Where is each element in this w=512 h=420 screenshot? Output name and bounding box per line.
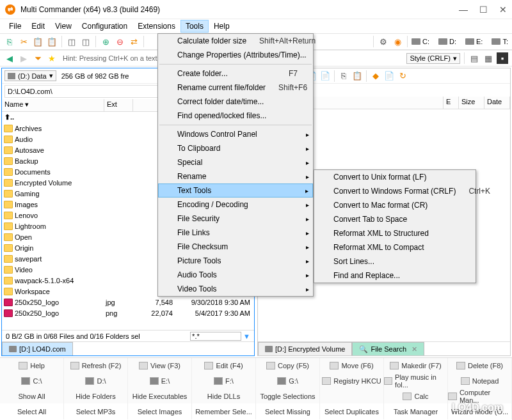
menu-item[interactable]: Rename▸ xyxy=(158,169,313,183)
menu-item[interactable]: Special▸ xyxy=(158,155,313,169)
select-icon[interactable]: ◫ xyxy=(66,36,77,47)
submenu-item[interactable]: Convert to Unix format (LF) xyxy=(314,170,476,184)
copy-icon[interactable]: ⎘ xyxy=(4,36,15,47)
doc-del-icon[interactable]: 📄 xyxy=(319,70,331,82)
menu-item[interactable]: File Links▸ xyxy=(158,226,313,240)
menu-item[interactable]: Rename current file/folderShift+F6 xyxy=(158,81,313,95)
left-drive-select[interactable]: (D:) Data ▾ xyxy=(4,70,56,81)
bottom-button[interactable]: F:\ xyxy=(192,373,256,389)
menu-item[interactable]: Windows Control Panel▸ xyxy=(158,127,313,141)
bottom-button[interactable]: Task Manager xyxy=(384,404,448,419)
submenu-item[interactable]: Convert to Mac format (CR) xyxy=(314,198,476,212)
left-tab[interactable]: [D:] LO4D.com xyxy=(2,342,73,355)
bottom-button[interactable]: Copy (F5) xyxy=(256,358,320,373)
menu-file[interactable]: File xyxy=(4,20,26,33)
copy2-icon[interactable]: ⎘ xyxy=(338,70,349,82)
col-ext[interactable]: Ext xyxy=(104,99,133,111)
submenu-item[interactable]: Convert Tab to Space xyxy=(314,212,476,226)
filter-icon[interactable]: ▼ xyxy=(243,332,250,340)
bottom-button[interactable]: Refresh (F2) xyxy=(64,358,128,373)
bottom-button[interactable]: Select Missing xyxy=(256,404,320,419)
history-icon[interactable]: ⏷ xyxy=(32,52,44,64)
bottom-button[interactable]: Remember Sele... xyxy=(192,404,256,419)
bottom-button[interactable]: Show All xyxy=(0,389,64,404)
paste-icon[interactable]: 📋 xyxy=(32,36,44,47)
bottom-button[interactable]: Play music in fol... xyxy=(384,373,448,389)
paste3-icon[interactable]: 📋 xyxy=(351,70,363,82)
right-tab-1[interactable]: [D:] Encrypted Volume xyxy=(258,342,352,355)
drive-d[interactable]: D: xyxy=(438,38,456,45)
bottom-button[interactable]: Help xyxy=(0,358,64,373)
bottom-button[interactable]: Calc xyxy=(384,389,448,404)
bottom-button[interactable]: Select All xyxy=(0,404,64,419)
menu-item[interactable]: Correct folder date/time... xyxy=(158,95,313,109)
back-icon[interactable]: ◀ xyxy=(4,52,15,64)
menu-item[interactable]: Encoding / Decoding▸ xyxy=(158,198,313,212)
tool-icon[interactable]: ⚙ xyxy=(378,36,389,47)
bottom-button[interactable]: Select MP3s xyxy=(64,404,128,419)
drive-c[interactable]: C: xyxy=(412,38,429,45)
menu-item[interactable]: To Clipboard▸ xyxy=(158,141,313,155)
menu-ext[interactable]: Extensions xyxy=(132,20,180,33)
menu-config[interactable]: Configuration xyxy=(77,20,132,33)
bottom-button[interactable]: Hide Folders xyxy=(64,389,128,404)
menu-item[interactable]: Video Tools▸ xyxy=(158,282,313,296)
view2-icon[interactable]: ▦ xyxy=(483,52,494,64)
bottom-button[interactable]: Hide DLLs xyxy=(192,389,256,404)
file-row[interactable]: 250x250_logopng22,0745/4/2017 9:30 AM xyxy=(2,307,254,318)
bottom-button[interactable]: Makedir (F7) xyxy=(384,358,448,373)
clear-icon[interactable]: ◆ xyxy=(370,70,381,82)
right-tab-search[interactable]: 🔍File Search✕ xyxy=(352,342,424,355)
redo-icon[interactable]: ↻ xyxy=(397,70,408,82)
terminal-icon[interactable]: ▪ xyxy=(497,52,508,64)
bottom-button[interactable]: Toggle Selections xyxy=(256,389,320,404)
bottom-button[interactable]: G:\ xyxy=(256,373,320,389)
menu-item[interactable]: Find opened/locked files... xyxy=(158,109,313,123)
drive-t[interactable]: T: xyxy=(492,38,508,45)
filter-input[interactable] xyxy=(190,332,241,341)
bottom-button[interactable]: Hide Executables xyxy=(128,389,192,404)
rcol-e[interactable]: E xyxy=(444,97,459,109)
menu-item[interactable]: Picture Tools▸ xyxy=(158,254,313,268)
menu-item[interactable]: Create folder...F7 xyxy=(158,66,313,81)
bottom-button[interactable]: D:\ xyxy=(64,373,128,389)
new-icon[interactable]: 📄 xyxy=(383,70,395,82)
menu-edit[interactable]: Edit xyxy=(26,20,50,33)
menu-tools[interactable]: Tools xyxy=(180,20,209,33)
submenu-item[interactable]: Convert to Windows Format (CRLF)Ctrl+K xyxy=(314,184,476,198)
drive-e[interactable]: E: xyxy=(465,38,483,45)
close-button[interactable]: ✕ xyxy=(499,4,507,15)
menu-item[interactable]: Change Properties (Attributes/Time)... xyxy=(158,48,313,62)
style-dropdown[interactable]: Style (CRLF) ▾ xyxy=(406,53,460,64)
bottom-button[interactable]: Registry HKCU xyxy=(320,373,384,389)
col-name[interactable]: Name ▾ xyxy=(2,99,104,111)
menu-view[interactable]: View xyxy=(50,20,77,33)
bottom-button[interactable]: Delete (F8) xyxy=(448,358,512,373)
submenu-item[interactable]: Sort Lines... xyxy=(314,254,476,268)
bottom-button[interactable]: Notepad xyxy=(448,373,512,389)
menu-item[interactable]: Text Tools▸ xyxy=(158,183,313,198)
maximize-button[interactable]: ☐ xyxy=(479,4,488,15)
bottom-button[interactable]: Select Images xyxy=(128,404,192,419)
bottom-button[interactable]: Edit (F4) xyxy=(192,358,256,373)
bottom-button[interactable]: View (F3) xyxy=(128,358,192,373)
rcol-size[interactable]: Size xyxy=(459,97,484,109)
add-icon[interactable]: ⊕ xyxy=(100,36,111,47)
bottom-button[interactable]: E:\ xyxy=(128,373,192,389)
menu-help[interactable]: Help xyxy=(209,20,235,33)
bottom-button[interactable]: Select Duplicates xyxy=(320,404,384,419)
menu-item[interactable]: File Checksum▸ xyxy=(158,240,313,254)
minimize-button[interactable]: — xyxy=(459,4,468,15)
color-icon[interactable]: ◉ xyxy=(392,36,403,47)
submenu-item[interactable]: Find and Replace... xyxy=(314,268,476,283)
swap-icon[interactable]: ⇄ xyxy=(128,36,140,47)
menu-item[interactable]: Audio Tools▸ xyxy=(158,268,313,282)
forward-icon[interactable]: ▶ xyxy=(18,52,29,64)
submenu-item[interactable]: Reformat XML to Structured xyxy=(314,226,476,240)
bottom-button[interactable] xyxy=(320,389,384,404)
deselect-icon[interactable]: ◫ xyxy=(80,36,92,47)
favorite-icon[interactable]: ★ xyxy=(46,52,58,64)
file-row[interactable]: 250x250_logojpg7,5489/30/2018 9:30 AM xyxy=(2,297,254,307)
paste2-icon[interactable]: 📋 xyxy=(46,36,58,47)
remove-icon[interactable]: ⊖ xyxy=(114,36,125,47)
